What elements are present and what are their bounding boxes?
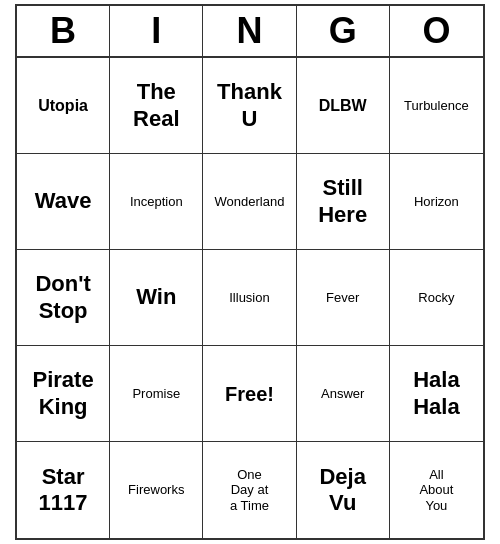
header-letter: G (297, 6, 390, 56)
bingo-cell[interactable]: Fever (297, 250, 390, 346)
cell-label: Free! (225, 382, 274, 406)
bingo-cell[interactable]: Turbulence (390, 58, 483, 154)
bingo-cell[interactable]: Hala Hala (390, 346, 483, 442)
bingo-cell[interactable]: Fireworks (110, 442, 203, 538)
bingo-header: BINGO (17, 6, 483, 58)
cell-label: Wave (35, 188, 92, 214)
cell-label: Fever (326, 290, 359, 306)
cell-label: Still Here (318, 175, 367, 228)
bingo-cell[interactable]: Wonderland (203, 154, 296, 250)
bingo-cell[interactable]: Don't Stop (17, 250, 110, 346)
cell-label: Horizon (414, 194, 459, 210)
bingo-cell[interactable]: Thank U (203, 58, 296, 154)
cell-label: DLBW (319, 96, 367, 115)
bingo-cell[interactable]: Horizon (390, 154, 483, 250)
bingo-cell[interactable]: Still Here (297, 154, 390, 250)
header-letter: N (203, 6, 296, 56)
cell-label: Answer (321, 386, 364, 402)
bingo-cell[interactable]: Promise (110, 346, 203, 442)
cell-label: Hala Hala (413, 367, 459, 420)
bingo-cell[interactable]: Utopia (17, 58, 110, 154)
cell-label: The Real (133, 79, 179, 132)
cell-label: All About You (419, 467, 453, 514)
bingo-cell[interactable]: Answer (297, 346, 390, 442)
bingo-cell[interactable]: DLBW (297, 58, 390, 154)
cell-label: Deja Vu (319, 464, 365, 517)
cell-label: Don't Stop (35, 271, 90, 324)
cell-label: Rocky (418, 290, 454, 306)
cell-label: Utopia (38, 96, 88, 115)
bingo-cell[interactable]: Wave (17, 154, 110, 250)
bingo-cell[interactable]: Inception (110, 154, 203, 250)
header-letter: O (390, 6, 483, 56)
cell-label: Promise (132, 386, 180, 402)
bingo-cell[interactable]: One Day at a Time (203, 442, 296, 538)
bingo-cell[interactable]: Deja Vu (297, 442, 390, 538)
cell-label: Fireworks (128, 482, 184, 498)
cell-label: Pirate King (33, 367, 94, 420)
header-letter: I (110, 6, 203, 56)
bingo-grid: UtopiaThe RealThank UDLBWTurbulenceWaveI… (17, 58, 483, 538)
bingo-cell[interactable]: All About You (390, 442, 483, 538)
bingo-cell[interactable]: Star 1117 (17, 442, 110, 538)
cell-label: Wonderland (215, 194, 285, 210)
cell-label: One Day at a Time (230, 467, 269, 514)
bingo-cell[interactable]: The Real (110, 58, 203, 154)
bingo-cell[interactable]: Free! (203, 346, 296, 442)
cell-label: Turbulence (404, 98, 469, 114)
bingo-card: BINGO UtopiaThe RealThank UDLBWTurbulenc… (15, 4, 485, 540)
bingo-cell[interactable]: Pirate King (17, 346, 110, 442)
bingo-cell[interactable]: Rocky (390, 250, 483, 346)
cell-label: Star 1117 (39, 464, 88, 517)
cell-label: Inception (130, 194, 183, 210)
cell-label: Thank U (217, 79, 282, 132)
header-letter: B (17, 6, 110, 56)
cell-label: Illusion (229, 290, 269, 306)
cell-label: Win (136, 284, 176, 310)
bingo-cell[interactable]: Win (110, 250, 203, 346)
bingo-cell[interactable]: Illusion (203, 250, 296, 346)
